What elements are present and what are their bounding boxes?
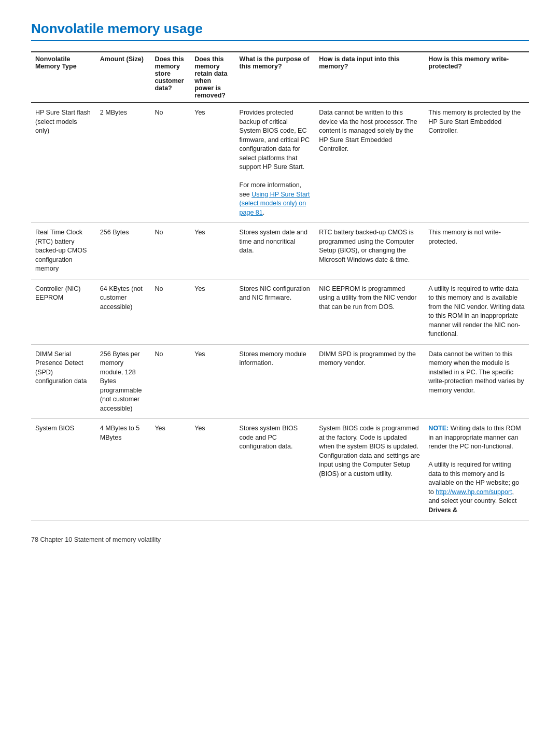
cell-type-rtc: Real Time Clock (RTC) battery backed-up … <box>31 223 96 279</box>
cell-purpose-surestart: Provides protected backup of critical Sy… <box>235 103 315 223</box>
cell-retains-dimm: Yes <box>190 344 235 419</box>
page-footer: 78 Chapter 10 Statement of memory volati… <box>31 536 529 543</box>
cell-writeprotect-surestart: This memory is protected by the HP Sure … <box>424 103 529 223</box>
memory-table: Nonvolatile Memory Type Amount (Size) Do… <box>31 51 529 521</box>
cell-amount-dimm: 256 Bytes per memory module, 128 Bytes p… <box>96 344 151 419</box>
cell-amount-bios: 4 MBytes to 5 MBytes <box>96 419 151 521</box>
cell-writeprotect-bios: NOTE: Writing data to this ROM in an ina… <box>424 419 529 521</box>
col-header-purpose: What is the purpose of this memory? <box>235 52 315 103</box>
cell-writeprotect-nic: A utility is required to write data to t… <box>424 279 529 344</box>
cell-stores-surestart: No <box>150 103 190 223</box>
title-divider <box>31 40 529 41</box>
purpose-text-1: Provides protected backup of critical Sy… <box>240 109 310 171</box>
cell-input-nic: NIC EEPROM is programmed using a utility… <box>315 279 424 344</box>
col-header-input: How is data input into this memory? <box>315 52 424 103</box>
cell-type-surestart: HP Sure Start flash (select models only) <box>31 103 96 223</box>
table-row: Real Time Clock (RTC) battery backed-up … <box>31 223 529 279</box>
purpose-text-3: . <box>263 209 264 216</box>
hp-support-link[interactable]: http://www.hp.com/support <box>436 488 512 496</box>
cell-stores-rtc: No <box>150 223 190 279</box>
col-header-amount: Amount (Size) <box>96 52 151 103</box>
table-header-row: Nonvolatile Memory Type Amount (Size) Do… <box>31 52 529 103</box>
col-header-retains: Does this memory retain data when power … <box>190 52 235 103</box>
table-row: System BIOS 4 MBytes to 5 MBytes Yes Yes… <box>31 419 529 521</box>
cell-retains-bios: Yes <box>190 419 235 521</box>
cell-type-bios: System BIOS <box>31 419 96 521</box>
cell-purpose-nic: Stores NIC configuration and NIC firmwar… <box>235 279 315 344</box>
page-title: Nonvolatile memory usage <box>31 21 529 37</box>
cell-writeprotect-rtc: This memory is not write-protected. <box>424 223 529 279</box>
cell-input-dimm: DIMM SPD is programmed by the memory ven… <box>315 344 424 419</box>
cell-writeprotect-dimm: Data cannot be written to this memory wh… <box>424 344 529 419</box>
cell-stores-dimm: No <box>150 344 190 419</box>
cell-type-dimm: DIMM Serial Presence Detect (SPD) config… <box>31 344 96 419</box>
table-row: Controller (NIC) EEPROM 64 KBytes (not c… <box>31 279 529 344</box>
cell-purpose-rtc: Stores system date and time and noncriti… <box>235 223 315 279</box>
table-row: HP Sure Start flash (select models only)… <box>31 103 529 223</box>
cell-retains-surestart: Yes <box>190 103 235 223</box>
col-header-stores: Does this memory store customer data? <box>150 52 190 103</box>
cell-amount-surestart: 2 MBytes <box>96 103 151 223</box>
col-header-writeprotect: How is this memory write-protected? <box>424 52 529 103</box>
cell-amount-nic: 64 KBytes (not customer accessible) <box>96 279 151 344</box>
cell-purpose-bios: Stores system BIOS code and PC configura… <box>235 419 315 521</box>
cell-input-surestart: Data cannot be written to this device vi… <box>315 103 424 223</box>
cell-input-bios: System BIOS code is programmed at the fa… <box>315 419 424 521</box>
cell-retains-rtc: Yes <box>190 223 235 279</box>
note-label: NOTE: <box>428 425 450 432</box>
col-header-type: Nonvolatile Memory Type <box>31 52 96 103</box>
cell-amount-rtc: 256 Bytes <box>96 223 151 279</box>
cell-retains-nic: Yes <box>190 279 235 344</box>
table-row: DIMM Serial Presence Detect (SPD) config… <box>31 344 529 419</box>
cell-stores-nic: No <box>150 279 190 344</box>
cell-input-rtc: RTC battery backed-up CMOS is programmed… <box>315 223 424 279</box>
cell-stores-bios: Yes <box>150 419 190 521</box>
cell-type-nic: Controller (NIC) EEPROM <box>31 279 96 344</box>
cell-purpose-dimm: Stores memory module information. <box>235 344 315 419</box>
